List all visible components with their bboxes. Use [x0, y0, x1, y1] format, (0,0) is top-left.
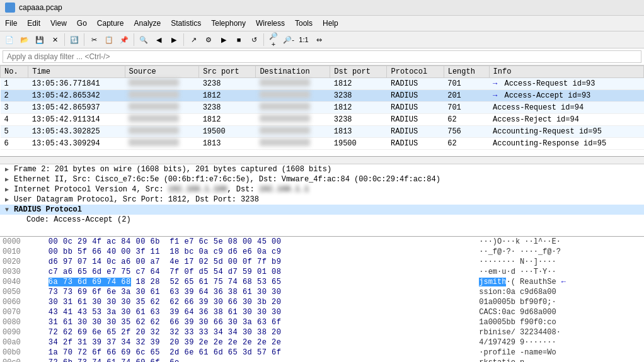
hex-row[interactable]: 00406a 73 6d 69 74 68 18 28 52 65 61 75 …	[0, 277, 644, 287]
zoom-out-btn[interactable]: 🔎-	[282, 33, 296, 47]
hex-row[interactable]: 0030c7 a6 65 6d e7 75 c7 64 7f 0f d5 54 …	[0, 267, 644, 277]
ethernet-label: Ethernet II, Src: Cisco_e7:6c:5e (00:6b:…	[14, 175, 440, 184]
radius-toggle[interactable]: ▼	[5, 206, 11, 213]
hex-row[interactable]: 00b01a 70 72 6f 66 69 6c 65 2d 6e 61 6d …	[0, 348, 644, 358]
detail-panel[interactable]: ▶ Frame 2: 201 bytes on wire (1608 bits)…	[0, 164, 644, 237]
packet-list[interactable]: No. Time Source Src port Destination Dst…	[0, 65, 644, 157]
display-filter-input[interactable]	[3, 50, 641, 63]
zoom-normal-btn[interactable]: 1:1	[297, 33, 311, 47]
hex-ascii: ···)O···k ··l^··E·	[469, 237, 644, 247]
title-bar: capaaa.pcap	[0, 0, 644, 16]
menu-file[interactable]: File	[0, 17, 22, 30]
menu-help[interactable]: Help	[318, 17, 343, 30]
new-capture-btn[interactable]: 📄	[3, 33, 16, 47]
hex-row[interactable]: 00a034 2f 31 39 37 34 32 39 20 39 2e 2e …	[0, 337, 644, 348]
reload-btn[interactable]: 🔃	[67, 33, 81, 47]
toolbar: 📄 📂 💾 ✕ 🔃 ✂ 📋 📌 🔍 ◀ ▶ ↗ ⚙ ▶ ■ ↺ 🔎+ 🔎- 1:…	[0, 31, 644, 48]
hex-offset: 0090	[0, 327, 41, 337]
hex-bytes: 00 0c 29 4f ac 84 00 6b f1 e7 6c 5e 08 0…	[41, 237, 469, 247]
table-row[interactable]: 413:05:42.91131418123238RADIUS62Access-R…	[1, 114, 644, 126]
detail-row-frame[interactable]: ▶ Frame 2: 201 bytes on wire (1608 bits)…	[0, 164, 644, 174]
hex-bytes: 31 61 30 30 30 35 62 62 66 39 30 66 30 3…	[41, 317, 469, 327]
menu-edit[interactable]: Edit	[22, 17, 45, 30]
resize-cols-btn[interactable]: ⇔	[312, 33, 326, 47]
cut-btn[interactable]: ✂	[87, 33, 101, 47]
close-btn[interactable]: ✕	[48, 33, 62, 47]
menu-capture[interactable]: Capture	[92, 17, 129, 30]
window-title: capaaa.pcap	[19, 3, 62, 12]
hex-ascii: rbinise/ 32234408·	[469, 327, 644, 337]
detail-row-ip[interactable]: ▶ Internet Protocol Version 4, Src: 192.…	[0, 184, 644, 195]
ip-toggle[interactable]: ▶	[5, 186, 11, 193]
hex-bytes: 72 62 69 6e 65 2f 20 32 32 33 33 34 34 3…	[41, 327, 469, 337]
hex-offset: 00c0	[0, 358, 41, 362]
detail-row-code: Code: Access-Accept (2)	[13, 215, 644, 225]
hex-row[interactable]: 006030 31 61 30 30 30 35 62 62 66 39 30 …	[0, 297, 644, 307]
hex-ascii: ··_f@·?· ····_f@·?	[469, 247, 644, 257]
menu-tools[interactable]: Tools	[290, 17, 318, 30]
zoom-in-btn[interactable]: 🔎+	[267, 33, 280, 47]
hex-bytes: 00 bb 5f 66 40 00 3f 11 18 bc 0a c9 d6 e…	[41, 247, 469, 257]
menu-go[interactable]: Go	[72, 17, 92, 30]
menu-wireless[interactable]: Wireless	[251, 17, 290, 30]
horizontal-scrollbar[interactable]	[0, 157, 644, 164]
code-label: Code: Access-Accept (2)	[26, 215, 131, 224]
menu-view[interactable]: View	[45, 17, 72, 30]
table-row[interactable]: 313:05:42.86593732381812RADIUS701Access-…	[1, 102, 644, 114]
frame-toggle[interactable]: ▶	[5, 166, 11, 173]
start-cap-btn[interactable]: ▶	[217, 33, 231, 47]
detail-row-radius[interactable]: ▼ RADIUS Protocol	[0, 205, 644, 215]
udp-toggle[interactable]: ▶	[5, 196, 11, 203]
find-btn[interactable]: 🔍	[137, 33, 151, 47]
table-row[interactable]: 613:05:43.309294181319500RADIUS62Account…	[1, 138, 644, 150]
fwd-btn[interactable]: ▶	[167, 33, 181, 47]
col-info: Info	[489, 66, 643, 78]
hex-row[interactable]: 008031 61 30 30 30 35 62 62 66 39 30 66 …	[0, 317, 644, 327]
col-no: No.	[1, 66, 28, 78]
copy-btn[interactable]: 📋	[102, 33, 116, 47]
detail-row-ethernet[interactable]: ▶ Ethernet II, Src: Cisco_e7:6c:5e (00:6…	[0, 174, 644, 184]
back-btn[interactable]: ◀	[152, 33, 166, 47]
hex-bytes: 43 41 43 53 3a 30 61 63 39 64 36 38 61 3…	[41, 307, 469, 317]
hex-ascii: rkstatio n	[469, 358, 644, 362]
dst-ip: 192.168.1.1	[259, 185, 309, 194]
detail-row-udp[interactable]: ▶ User Datagram Protocol, Src Port: 1812…	[0, 195, 644, 205]
open-btn[interactable]: 📂	[18, 33, 32, 47]
table-row[interactable]: 113:05:36.77184132381812RADIUS701→ Acces…	[1, 78, 644, 90]
hex-offset: 0020	[0, 257, 41, 267]
restart-cap-btn[interactable]: ↺	[247, 33, 261, 47]
goto-btn[interactable]: ↗	[187, 33, 200, 47]
panels-container: ▶ Frame 2: 201 bytes on wire (1608 bits)…	[0, 164, 644, 362]
sep3	[134, 33, 134, 46]
capture-opts-btn[interactable]: ⚙	[202, 33, 216, 47]
hex-panel[interactable]: 000000 0c 29 4f ac 84 00 6b f1 e7 6c 5e …	[0, 237, 644, 362]
menu-analyze[interactable]: Analyze	[129, 17, 166, 30]
hex-ascii: 1a0005bb f90f0:co	[469, 317, 644, 327]
hex-row[interactable]: 007043 41 43 53 3a 30 61 63 39 64 36 38 …	[0, 307, 644, 317]
col-dstport: Dst port	[330, 66, 387, 78]
menu-telephony[interactable]: Telephony	[206, 17, 251, 30]
hex-row[interactable]: 00c072 6b 73 74 61 74 69 6f 6erkstatio n	[0, 358, 644, 362]
hex-bytes: 34 2f 31 39 37 34 32 39 20 39 2e 2e 2e 2…	[41, 337, 469, 348]
hex-ascii: ··em·u·d ···T·Y··	[469, 267, 644, 277]
table-row[interactable]: 213:05:42.86534218123238RADIUS201→ Acces…	[1, 90, 644, 102]
hex-offset: 0060	[0, 297, 41, 307]
col-length: Length	[444, 66, 489, 78]
menu-bar: File Edit View Go Capture Analyze Statis…	[0, 16, 644, 31]
hex-row[interactable]: 001000 bb 5f 66 40 00 3f 11 18 bc 0a c9 …	[0, 247, 644, 257]
hex-row[interactable]: 000000 0c 29 4f ac 84 00 6b f1 e7 6c 5e …	[0, 237, 644, 247]
hex-offset: 0080	[0, 317, 41, 327]
paste-btn[interactable]: 📌	[117, 33, 131, 47]
code-spacer	[18, 217, 24, 223]
hex-row[interactable]: 009072 62 69 6e 65 2f 20 32 32 33 33 34 …	[0, 327, 644, 337]
stop-cap-btn[interactable]: ■	[232, 33, 246, 47]
hex-row[interactable]: 0020d6 97 07 14 0c a6 00 a7 4e 17 02 5d …	[0, 257, 644, 267]
menu-statistics[interactable]: Statistics	[166, 17, 206, 30]
filter-bar	[0, 48, 644, 65]
hex-table: 000000 0c 29 4f ac 84 00 6b f1 e7 6c 5e …	[0, 237, 644, 362]
save-btn[interactable]: 💾	[33, 33, 47, 47]
hex-row[interactable]: 005073 73 69 6f 6e 3a 30 61 63 39 64 36 …	[0, 287, 644, 297]
ethernet-toggle[interactable]: ▶	[5, 176, 11, 183]
table-row[interactable]: 513:05:43.302825195001813RADIUS756Accoun…	[1, 126, 644, 138]
src-ip: 192.168.1.100	[168, 185, 227, 194]
